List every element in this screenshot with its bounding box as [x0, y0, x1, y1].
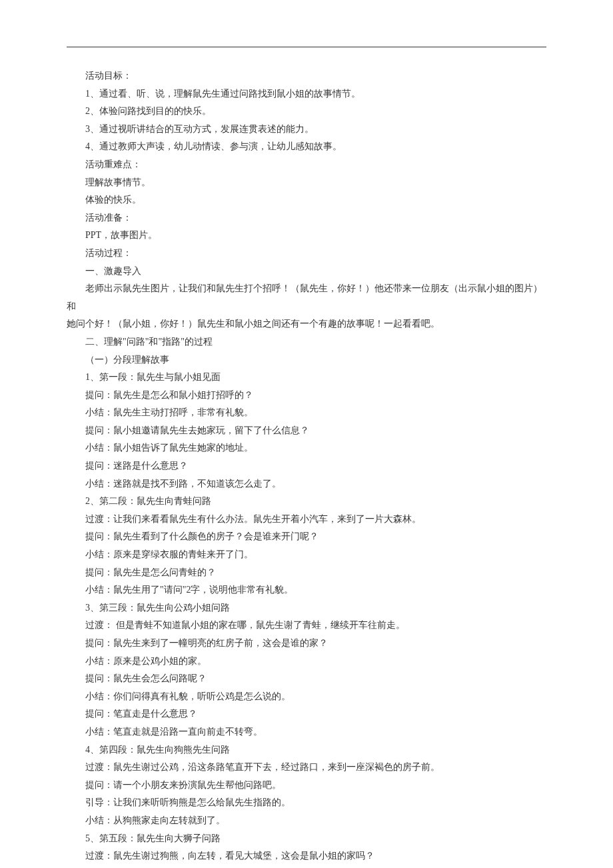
text-line: PPT，故事图片。 — [67, 227, 546, 245]
text-line: 老师出示鼠先生图片，让我们和鼠先生打个招呼！（鼠先生，你好！）他还带来一位朋友（… — [67, 280, 546, 315]
text-line: 提问：鼠先生会怎么问路呢？ — [67, 670, 546, 688]
text-line: 活动目标： — [67, 67, 546, 85]
text-line: 小结：从狗熊家走向左转就到了。 — [67, 812, 546, 830]
text-line: 小结：鼠先生主动打招呼，非常有礼貌。 — [67, 404, 546, 422]
text-line: 提问：鼠先生看到了什么颜色的房子？会是谁来开门呢？ — [67, 528, 546, 546]
text-line: 一、激趣导入 — [67, 263, 546, 281]
text-line: 她问个好！（鼠小姐，你好！）鼠先生和鼠小姐之间还有一个有趣的故事呢！一起看看吧。 — [67, 315, 546, 333]
text-line: 4、第四段：鼠先生向狗熊先生问路 — [67, 741, 546, 759]
text-line: 过渡：鼠先生谢过公鸡，沿这条路笔直开下去，经过路口，来到一座深褐色的房子前。 — [67, 759, 546, 777]
text-line: 过渡： 但是青蛙不知道鼠小姐的家在哪，鼠先生谢了青蛙，继续开车往前走。 — [67, 617, 546, 635]
text-line: 2、体验问路找到目的的快乐。 — [67, 103, 546, 121]
document-body: 活动目标：1、通过看、听、说，理解鼠先生通过问路找到鼠小姐的故事情节。2、体验问… — [67, 67, 546, 865]
text-line: 小结：原来是穿绿衣服的青蛙来开了门。 — [67, 546, 546, 564]
text-line: 提问：鼠先生是怎么和鼠小姐打招呼的？ — [67, 387, 546, 405]
text-line: 小结：原来是公鸡小姐的家。 — [67, 653, 546, 671]
text-line: 活动过程： — [67, 245, 546, 263]
text-line: 提问：鼠小姐邀请鼠先生去她家玩，留下了什么信息？ — [67, 422, 546, 440]
text-line: 提问：鼠先生是怎么问青蛙的？ — [67, 564, 546, 582]
text-line: 小结：鼠先生用了"请问"2字，说明他非常有礼貌。 — [67, 581, 546, 599]
text-line: 1、第一段：鼠先生与鼠小姐见面 — [67, 369, 546, 387]
text-line: 3、第三段：鼠先生向公鸡小姐问路 — [67, 599, 546, 617]
text-line: 提问：鼠先生来到了一幢明亮的红房子前，这会是谁的家？ — [67, 635, 546, 653]
text-line: 提问：迷路是什么意思？ — [67, 457, 546, 475]
text-line: 小结：笔直走就是沿路一直向前走不转弯。 — [67, 723, 546, 741]
text-line: 引导：让我们来听听狗熊是怎么给鼠先生指路的。 — [67, 794, 546, 812]
text-line: 过渡：鼠先生谢过狗熊，向左转，看见大城堡，这会是鼠小姐的家吗？ — [67, 847, 546, 865]
text-line: 提问：请一个小朋友来扮演鼠先生帮他问路吧。 — [67, 777, 546, 795]
text-line: 理解故事情节。 — [67, 174, 546, 192]
text-line: 活动重难点： — [67, 156, 546, 174]
text-line: 2、第二段：鼠先生向青蛙问路 — [67, 493, 546, 511]
text-line: 4、通过教师大声读，幼儿动情读、参与演，让幼儿感知故事。 — [67, 138, 546, 156]
document-page: 活动目标：1、通过看、听、说，理解鼠先生通过问路找到鼠小姐的故事情节。2、体验问… — [0, 0, 613, 868]
text-line: 二、理解"问路"和"指路"的过程 — [67, 333, 546, 351]
horizontal-rule — [67, 47, 546, 47]
text-line: 过渡：让我们来看看鼠先生有什么办法。鼠先生开着小汽车，来到了一片大森林。 — [67, 511, 546, 529]
text-line: （一）分段理解故事 — [67, 351, 546, 369]
text-line: 5、第五段：鼠先生向大狮子问路 — [67, 830, 546, 848]
text-line: 3、通过视听讲结合的互动方式，发展连贯表述的能力。 — [67, 121, 546, 139]
text-line: 活动准备： — [67, 209, 546, 227]
text-line: 小结：迷路就是找不到路，不知道该怎么走了。 — [67, 475, 546, 493]
text-line: 体验的快乐。 — [67, 191, 546, 209]
text-line: 1、通过看、听、说，理解鼠先生通过问路找到鼠小姐的故事情节。 — [67, 85, 546, 103]
text-line: 小结：鼠小姐告诉了鼠先生她家的地址。 — [67, 439, 546, 457]
text-line: 提问：笔直走是什么意思？ — [67, 705, 546, 723]
text-line: 小结：你们问得真有礼貌，听听公鸡是怎么说的。 — [67, 688, 546, 706]
